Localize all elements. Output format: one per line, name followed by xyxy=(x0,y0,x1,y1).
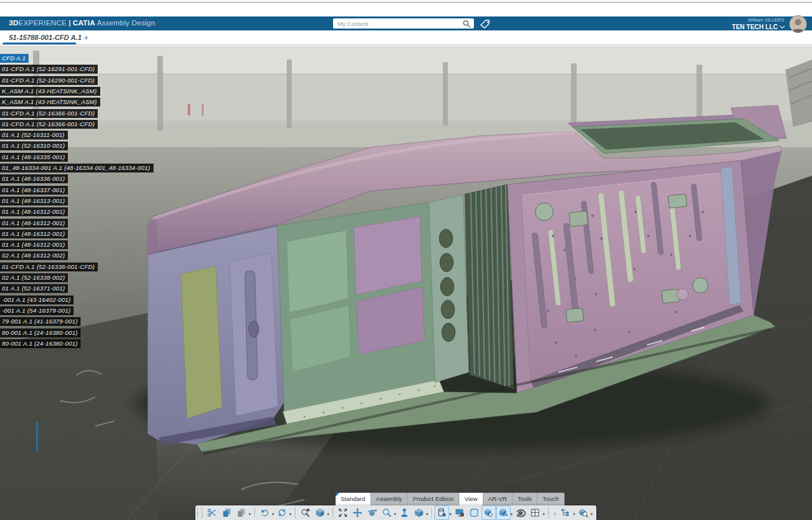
action-tab-view[interactable]: View xyxy=(459,493,483,505)
document-tab-row: 51-15788-001-CFD A.1 + xyxy=(0,30,812,45)
active-section-marker-icon xyxy=(336,493,339,497)
tree-node[interactable]: 01-CFD A.1 (52-16291-001-CFD) xyxy=(0,65,98,74)
3d-viewport[interactable]: CFD A.101-CFD A.1 (52-16291-001-CFD)01-C… xyxy=(0,46,812,520)
rotate-mode-dropdown-icon[interactable]: ▾ xyxy=(511,512,513,517)
paste-icon[interactable] xyxy=(234,505,249,520)
action-tab-tools[interactable]: Tools xyxy=(513,493,537,505)
action-tab-ar-vr[interactable]: AR-VR xyxy=(483,493,513,505)
toolbar-separator xyxy=(254,507,255,518)
zoom-object-dropdown-icon[interactable]: ▾ xyxy=(591,512,593,517)
brand-3d: 3D xyxy=(9,19,18,27)
cut-icon[interactable] xyxy=(205,505,219,520)
more-tools-arrow[interactable]: › xyxy=(554,509,556,517)
search-input[interactable] xyxy=(336,20,462,28)
zoom-dropdown-icon[interactable]: ▾ xyxy=(394,512,396,517)
tree-node[interactable]: 01 A.1 (52-16371-001) xyxy=(0,284,68,293)
tree-node[interactable]: K_ASM A.1 (43-HEATSINK_ASM) xyxy=(0,98,100,107)
tree-node[interactable]: -001 A.1 (43-16402-001) xyxy=(0,296,74,304)
global-search-box[interactable] xyxy=(333,18,474,29)
screen-settings-icon[interactable] xyxy=(452,505,467,520)
tree-node[interactable]: 01 A.1 (48-16312-001) xyxy=(0,240,68,249)
tree-node[interactable]: 01-CFD A.1 (52-16338-001-CFD) xyxy=(0,263,98,271)
tree-node[interactable]: 01 A.1 (48-16312-001) xyxy=(0,207,68,216)
model-tree: CFD A.101-CFD A.1 (52-16291-001-CFD)01-C… xyxy=(0,46,165,401)
action-bar: ▾▾▾▾▾▾▾▾▾›▾▾ xyxy=(195,505,596,520)
select-mode-icon[interactable] xyxy=(481,505,496,520)
action-tab-assembly[interactable]: Assembly xyxy=(371,493,408,505)
document-tab[interactable]: 51-15788-001-CFD A.1 xyxy=(9,34,82,41)
update-dropdown-icon[interactable]: ▾ xyxy=(289,512,292,517)
action-tab-touch[interactable]: Touch xyxy=(537,493,564,505)
tree-node[interactable]: 01 A.1 (48-16312-001) xyxy=(0,230,68,238)
app-header-bar: 3DEXPERIENCE|CATIA Assembly Design Willi… xyxy=(0,16,812,30)
tree-node[interactable]: 01-CFD A.1 (52-16366-001-CFD) xyxy=(0,109,98,118)
design-tree-icon[interactable] xyxy=(558,505,573,520)
model-vent-column[interactable] xyxy=(429,195,469,382)
ambience-icon[interactable] xyxy=(467,505,481,520)
tree-node[interactable]: 01 A.1 (48-16337-001) xyxy=(0,186,68,195)
user-avatar[interactable] xyxy=(789,15,807,33)
tree-node[interactable]: 01 A.1 (52-16311-001) xyxy=(0,131,68,140)
tree-node[interactable]: 01-CFD A.1 (52-16366-001-CFD) xyxy=(0,120,98,129)
undo-dropdown-icon[interactable]: ▾ xyxy=(272,512,275,517)
tree-node[interactable]: 02 A.1 (52-16338-002) xyxy=(0,273,68,282)
multi-view-dropdown-icon[interactable]: ▾ xyxy=(542,512,545,517)
rotate-mode-icon[interactable] xyxy=(496,505,511,520)
tree-node[interactable]: 01 A.1 (48-16335-001) xyxy=(0,153,68,162)
multi-view-icon[interactable] xyxy=(528,505,542,520)
design-tree-dropdown-icon[interactable]: ▾ xyxy=(573,512,575,517)
tree-scrollbar[interactable] xyxy=(36,422,38,452)
model-slot-plate[interactable] xyxy=(230,253,278,416)
tree-node[interactable]: -001 A.1 (54-16379-001) xyxy=(0,306,74,315)
active-tab-underline xyxy=(3,42,76,44)
named-views-icon[interactable] xyxy=(412,505,426,520)
section-dropdown-icon[interactable]: ▾ xyxy=(449,512,452,517)
update-icon[interactable] xyxy=(275,505,289,520)
action-tab-standard[interactable]: Standard xyxy=(336,493,371,505)
turntable-icon[interactable] xyxy=(513,505,528,520)
undo-icon[interactable] xyxy=(258,505,272,520)
window-top-rule xyxy=(0,2,812,3)
search-icon[interactable] xyxy=(462,20,471,28)
fit-all-icon[interactable] xyxy=(336,505,350,520)
chevron-down-icon[interactable] xyxy=(780,23,785,29)
tree-node[interactable]: 02 A.1 (48-16312-002) xyxy=(0,251,68,260)
tree-node[interactable]: 80-001 A.1 (24-16380-001) xyxy=(0,339,81,348)
toolbar-separator xyxy=(332,507,333,518)
view-cube-icon[interactable] xyxy=(313,505,327,520)
tree-node[interactable]: 01 A.1 (48-16312-001) xyxy=(0,219,68,228)
tree-node[interactable]: 01_48-16334-001 A.1 (48-16334-001_48-163… xyxy=(0,164,154,172)
tree-node[interactable]: 79-001 A.1 (41-16379-001) xyxy=(0,317,81,326)
user-block[interactable]: William VILLERS TEN TECH LLC xyxy=(732,18,784,30)
brand-logo: 3DEXPERIENCE|CATIA Assembly Design xyxy=(9,19,155,27)
app-name: CATIA xyxy=(73,19,95,27)
fly-icon[interactable] xyxy=(397,505,412,520)
tree-node[interactable]: 01 A.1 (48-16313-001) xyxy=(0,197,68,205)
toolbar-separator xyxy=(431,507,432,518)
copy-icon[interactable] xyxy=(219,505,234,520)
tree-node[interactable]: K_ASM A.1 (43-HEATSINK_ASM) xyxy=(0,87,100,96)
paste-dropdown-icon[interactable]: ▾ xyxy=(249,512,251,517)
tree-node[interactable]: 01 A.1 (48-16336-001) xyxy=(0,174,68,183)
toolbar-separator xyxy=(548,507,549,518)
named-views-dropdown-icon[interactable]: ▾ xyxy=(426,512,429,517)
tree-node[interactable]: 80-001 A.1 (24-16380-001) xyxy=(0,328,81,337)
brand-experience: EXPERIENCE xyxy=(18,19,67,27)
toolbar-handle[interactable] xyxy=(197,507,202,518)
section-icon[interactable] xyxy=(435,505,449,520)
action-tab-product-edition[interactable]: Product Edition xyxy=(408,493,459,505)
view-cube-dropdown-icon[interactable]: ▾ xyxy=(327,512,330,517)
tree-node[interactable]: 01-CFD A.1 (52-16290-001-CFD) xyxy=(0,76,98,85)
zoom-icon[interactable] xyxy=(379,505,394,520)
tree-node[interactable]: 01 A.1 (52-16310-001) xyxy=(0,141,68,150)
model-olive-panel[interactable] xyxy=(181,266,222,419)
model-heatsink-fins[interactable] xyxy=(465,185,514,389)
pan-icon[interactable] xyxy=(350,505,365,520)
zoom-object-icon[interactable] xyxy=(576,505,591,520)
tree-node-selected[interactable]: CFD A.1 xyxy=(0,54,29,63)
tag-icon[interactable] xyxy=(480,20,491,29)
search-options-icon[interactable] xyxy=(298,505,313,520)
rotate-icon[interactable] xyxy=(365,505,379,520)
app-module: Assembly Design xyxy=(97,19,155,27)
new-tab-button[interactable]: + xyxy=(84,33,89,42)
